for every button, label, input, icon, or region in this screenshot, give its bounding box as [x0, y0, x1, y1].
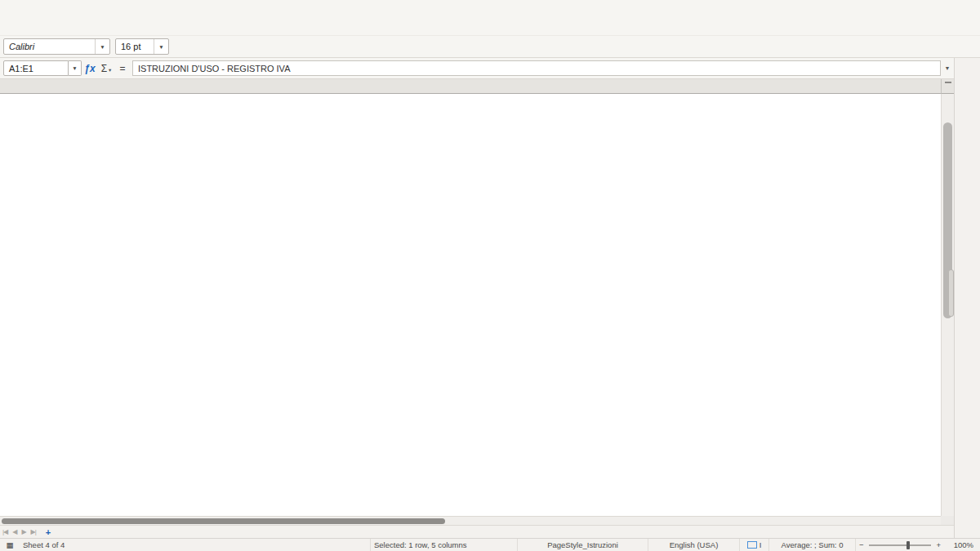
zoom-thumb[interactable]: [906, 541, 910, 549]
sidebar-grip[interactable]: [948, 269, 954, 317]
font-size-dropdown-icon[interactable]: ▼: [154, 39, 168, 54]
formula-bar: A1:E1 ▼ ƒx Σ ▾ = ISTRUZIONI D'USO - REGI…: [0, 58, 954, 79]
font-name-value: Calibri: [4, 42, 95, 51]
zoom-out-icon[interactable]: −: [859, 540, 864, 549]
font-size-combo[interactable]: 16 pt ▼: [115, 38, 169, 55]
scrollbar-corner: [941, 516, 954, 525]
expand-formula-bar-icon[interactable]: ▼: [941, 65, 954, 71]
sum-icon[interactable]: Σ ▾: [98, 63, 114, 74]
scrollbar-top-box: [941, 79, 954, 94]
font-size-value: 16 pt: [116, 42, 154, 51]
selection-info: Selected: 1 row, 5 columns: [371, 539, 518, 551]
font-name-combo[interactable]: Calibri ▼: [3, 38, 110, 55]
standard-toolbar: [0, 15, 980, 36]
sidebar-tab-strip: [954, 58, 980, 538]
formula-input[interactable]: ISTRUZIONI D'USO - REGISTRO IVA: [132, 60, 941, 76]
zoom-in-icon[interactable]: +: [936, 540, 941, 549]
first-sheet-icon[interactable]: |◀: [0, 526, 10, 538]
equals-icon[interactable]: =: [114, 63, 131, 74]
average-sum-info: Average: ; Sum: 0: [769, 539, 856, 551]
horizontal-scrollbar[interactable]: [0, 516, 941, 525]
horizontal-scrollbar-thumb[interactable]: [2, 518, 445, 524]
document-modified-icon[interactable]: ▦: [0, 539, 20, 551]
function-wizard-icon[interactable]: ƒx: [82, 63, 98, 74]
add-sheet-button[interactable]: +: [38, 526, 58, 538]
font-name-dropdown-icon[interactable]: ▼: [95, 39, 109, 54]
next-sheet-icon[interactable]: ▶: [19, 526, 28, 538]
language-indicator[interactable]: English (USA): [648, 539, 740, 551]
spreadsheet-grid[interactable]: [0, 94, 941, 516]
sheet-tab-bar: |◀ ◀ ▶ ▶| +: [0, 525, 954, 538]
name-box[interactable]: A1:E1: [3, 60, 69, 76]
sheet-indicator: Sheet 4 of 4: [20, 539, 371, 551]
status-bar: ▦ Sheet 4 of 4 Selected: 1 row, 5 column…: [0, 538, 980, 551]
formatting-toolbar: Calibri ▼ 16 pt ▼: [0, 36, 980, 58]
column-headers: [0, 79, 941, 94]
name-box-dropdown-icon[interactable]: ▼: [69, 60, 82, 76]
menubar: [0, 0, 980, 15]
page-style-indicator[interactable]: PageStyle_Istruzioni: [518, 539, 648, 551]
insert-mode-icon[interactable]: I: [740, 539, 769, 551]
previous-sheet-icon[interactable]: ◀: [10, 526, 19, 538]
last-sheet-icon[interactable]: ▶|: [29, 526, 38, 538]
zoom-slider[interactable]: − +: [856, 539, 944, 551]
zoom-track[interactable]: [869, 544, 932, 546]
zoom-level: 100%: [944, 539, 980, 551]
